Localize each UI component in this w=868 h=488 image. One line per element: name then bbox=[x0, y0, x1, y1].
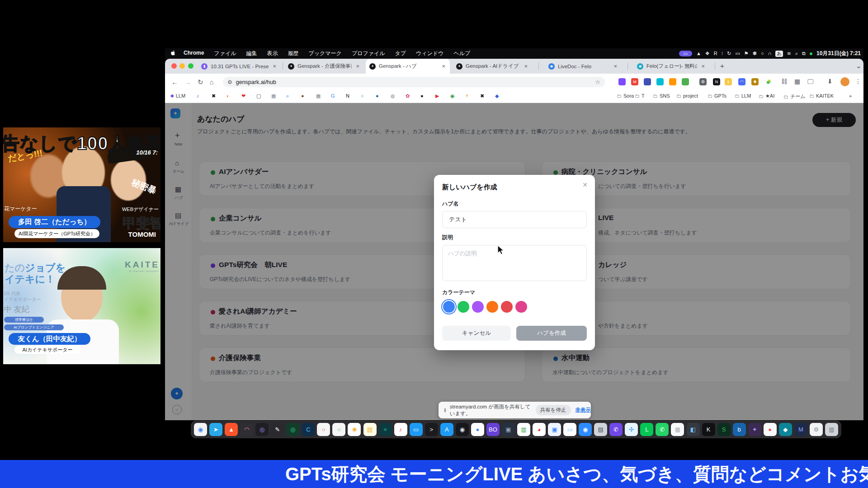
dock-chart-icon[interactable]: ▥ bbox=[517, 423, 530, 436]
ext-orange-icon[interactable] bbox=[669, 78, 676, 85]
close-icon[interactable]: ✕ bbox=[582, 181, 588, 188]
spotlight-search-icon[interactable]: ⌕ bbox=[795, 51, 798, 56]
control-center-icon[interactable]: ⧉ bbox=[802, 51, 806, 56]
dock-record-icon[interactable]: ◎ bbox=[255, 423, 269, 436]
bookmark-favicon-20[interactable]: ◆ bbox=[495, 93, 499, 99]
hub-name-input[interactable]: テスト bbox=[442, 211, 587, 228]
bookmark-favicon-18[interactable]: ⚡ bbox=[465, 93, 469, 99]
color-swatch-5[interactable] bbox=[501, 301, 513, 313]
dock-phone-purple-icon[interactable]: ✆ bbox=[609, 423, 623, 436]
menu-bar-clock[interactable]: 10月31日(金) 7:21 bbox=[816, 50, 861, 57]
ext-puzzle-icon[interactable]: 🧩 bbox=[765, 78, 772, 85]
bookmark-folder-Sora[interactable]: 🗀Sora bbox=[617, 93, 634, 99]
dock-slides-icon[interactable]: ▭ bbox=[563, 423, 576, 436]
tab-search-chevron-icon[interactable]: ⌄ bbox=[856, 62, 862, 70]
bookmark-folder-★AI[interactable]: 🗀★AI bbox=[759, 93, 774, 99]
dock-arc-icon[interactable]: ◠ bbox=[240, 423, 253, 436]
bookmark-llm[interactable]: ◆ LLM bbox=[170, 93, 185, 99]
tab-close-icon[interactable]: × bbox=[613, 63, 618, 70]
dock-s-app-icon[interactable]: S bbox=[717, 423, 731, 436]
bookmark-favicon-19[interactable]: ✖ bbox=[480, 93, 484, 99]
bookmark-favicon-14[interactable]: ✿ bbox=[406, 93, 410, 99]
dock-slate-icon[interactable]: ▣ bbox=[502, 423, 515, 436]
dock-photos-icon[interactable]: ❀ bbox=[348, 423, 361, 436]
menu-item-編集[interactable]: 編集 bbox=[246, 50, 257, 57]
tab-4[interactable]: ✦Genspark - AIドライブ× bbox=[453, 59, 532, 74]
forward-button[interactable]: → bbox=[184, 78, 191, 86]
color-swatch-2[interactable] bbox=[458, 301, 469, 313]
dock-wave-c-icon[interactable]: C bbox=[302, 423, 315, 436]
bookmark-folder-LLM[interactable]: 🗀LLM bbox=[735, 93, 751, 99]
ext-arc-icon[interactable]: ◠ bbox=[738, 78, 745, 85]
create-hub-button[interactable]: ハブを作成 bbox=[516, 326, 587, 341]
wifi-icon[interactable]: ≋ bbox=[787, 51, 791, 56]
menu-item-プロファイル[interactable]: プロファイル bbox=[352, 50, 385, 57]
ext-mail-icon[interactable]: M bbox=[631, 78, 638, 85]
bookmark-folder-T[interactable]: 🗀T bbox=[635, 93, 645, 99]
ext-green-icon[interactable] bbox=[682, 78, 689, 85]
status-icon-8[interactable]: ○ bbox=[761, 51, 764, 56]
bookmark-favicon-7[interactable]: ● bbox=[301, 93, 304, 99]
bookmark-folder-SNS[interactable]: 🗀SNS bbox=[653, 93, 670, 99]
dock-telegram-icon[interactable]: ➤ bbox=[209, 423, 222, 436]
dock-m-app-icon[interactable]: M bbox=[794, 423, 807, 436]
status-icon-9[interactable]: ∩ bbox=[768, 51, 772, 56]
bookmark-favicon-5[interactable]: ▦ bbox=[271, 93, 276, 99]
bookmark-favicon-16[interactable]: ▶ bbox=[435, 93, 439, 99]
qr-code-icon[interactable]: ▦ bbox=[794, 78, 800, 85]
tab-6[interactable]: ◉Felo(フェロー)- 無料のAI検索× bbox=[633, 59, 709, 74]
ext-chat-icon[interactable]: 1 bbox=[725, 78, 732, 85]
status-icon-3[interactable]: ⁝ bbox=[722, 51, 723, 56]
dock-rings-icon[interactable]: ◎ bbox=[286, 423, 299, 436]
dock-music-icon[interactable]: ♪ bbox=[394, 423, 407, 436]
color-swatch-3[interactable] bbox=[472, 301, 484, 313]
status-icon-4[interactable]: ↻ bbox=[727, 51, 731, 56]
dock-chrome-icon[interactable]: ◉ bbox=[194, 423, 207, 436]
dock-blue-circle-icon[interactable]: ● bbox=[471, 423, 484, 436]
menu-item-タブ[interactable]: タブ bbox=[395, 50, 406, 57]
dock-brave-icon[interactable]: ▲ bbox=[225, 423, 238, 436]
ext-purple-icon[interactable] bbox=[618, 78, 626, 85]
chrome-menu-kebab-icon[interactable]: ⋮ bbox=[855, 78, 861, 85]
reload-button[interactable]: ↻ bbox=[198, 78, 203, 86]
bookmark-favicon-9[interactable]: G bbox=[331, 93, 335, 99]
bookmark-favicon-17[interactable]: ◉ bbox=[450, 93, 455, 99]
dock-cam-icon[interactable]: ▣ bbox=[548, 423, 561, 436]
tab-close-icon[interactable]: × bbox=[700, 63, 706, 70]
dock-spark-icon[interactable]: ✦ bbox=[748, 423, 761, 436]
dock-appstore-icon[interactable]: A bbox=[440, 423, 453, 436]
bookmark-favicon-0[interactable]: ♪ bbox=[197, 93, 199, 99]
dock-keynote-icon[interactable]: ▭ bbox=[410, 423, 423, 436]
dock-terminal-icon[interactable]: > bbox=[425, 423, 438, 436]
bookmark-favicon-11[interactable]: ○ bbox=[361, 93, 364, 99]
dock-ring-green-icon[interactable]: ○ bbox=[332, 423, 345, 436]
dock-grid-icon[interactable]: ▦ bbox=[671, 423, 684, 436]
status-icon-7[interactable]: ✽ bbox=[753, 51, 757, 56]
ext-notion-icon[interactable]: N bbox=[713, 78, 720, 85]
dock-k-app-icon[interactable]: K bbox=[702, 423, 715, 436]
color-swatch-4[interactable] bbox=[486, 301, 498, 313]
menu-item-履歴[interactable]: 履歴 bbox=[288, 50, 298, 57]
bookmark-folder-チーム[interactable]: 🗀チーム bbox=[783, 93, 806, 100]
dock-line-icon[interactable]: L bbox=[640, 423, 653, 436]
dock-trash-icon[interactable]: ▥ bbox=[825, 423, 838, 436]
send-to-devices-icon[interactable]: 🖵 bbox=[807, 78, 814, 85]
downloads-icon[interactable]: ⬇ bbox=[827, 78, 833, 85]
dock-whatsapp-icon[interactable]: ✆ bbox=[656, 423, 669, 436]
dock-wave-icon[interactable]: ≈ bbox=[379, 423, 392, 436]
dock-pie-icon[interactable]: ◕ bbox=[533, 423, 546, 436]
bookmark-favicon-15[interactable]: ● bbox=[420, 93, 424, 99]
tab-1[interactable]: ▮10.31 GPTs LIVE - Presentati× bbox=[198, 59, 281, 74]
tab-close-icon[interactable]: × bbox=[441, 63, 446, 70]
hub-description-textarea[interactable]: ハブの説明 bbox=[442, 245, 587, 281]
bookmark-folder-KAITEK[interactable]: 🗀KAITEK bbox=[809, 93, 834, 99]
hide-link[interactable]: 非表示 bbox=[576, 407, 591, 413]
dock-teal-app-icon[interactable]: ◆ bbox=[779, 423, 792, 436]
bookmark-favicon-13[interactable]: ◍ bbox=[391, 93, 395, 99]
dock-gear-app-icon[interactable]: ⚙ bbox=[810, 423, 823, 436]
status-icon-1[interactable]: ❖ bbox=[705, 51, 710, 56]
dock-notes-icon[interactable]: ▤ bbox=[363, 423, 377, 436]
bookmark-favicon-12[interactable]: ● bbox=[376, 93, 379, 99]
dock-tile-icon[interactable]: ◧ bbox=[687, 423, 700, 436]
dock-b-app-icon[interactable]: b bbox=[733, 423, 746, 436]
